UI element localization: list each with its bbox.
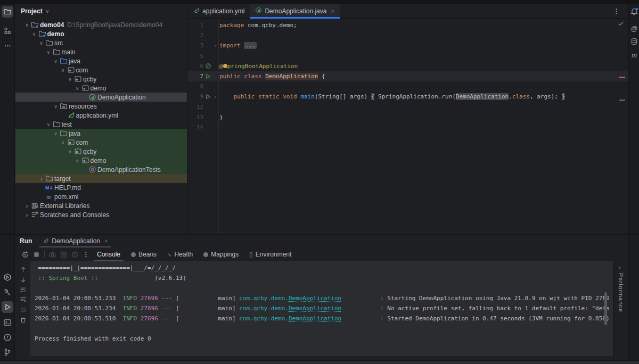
tree-item-qcby[interactable]: ∨qcby xyxy=(15,147,187,156)
code-line-12[interactable]: 12 xyxy=(187,102,628,112)
down-icon[interactable] xyxy=(19,276,27,284)
tree-item-main[interactable]: ∨main xyxy=(15,47,187,56)
tree-item-resources[interactable]: ∨resources xyxy=(15,102,187,111)
tree-item-demo04[interactable]: ∨demo04D:\SpringBoot\javaDemo\demo04 xyxy=(15,20,187,29)
tree-item-qcby[interactable]: ∨qcby xyxy=(15,75,187,84)
maven-tool-icon[interactable]: m xyxy=(629,51,639,60)
collapse-icon[interactable]: ‹ xyxy=(619,264,620,270)
tree-item-scratches-and-consoles[interactable]: ›Scratches and Consoles xyxy=(15,210,187,219)
build-tool-button[interactable] xyxy=(2,286,13,298)
console-vertical-scrollbar[interactable] xyxy=(604,292,607,325)
tree-item-demo[interactable]: ∨demo xyxy=(15,156,187,165)
editor-options-icon[interactable]: ⋮ xyxy=(613,7,620,15)
chevron-collapsed-icon[interactable]: › xyxy=(23,202,30,210)
code-line-14[interactable]: 14 xyxy=(187,122,628,133)
tree-item-application-yml[interactable]: application.yml xyxy=(15,111,187,120)
tree-item-external-libraries[interactable]: ›External Libraries xyxy=(15,201,187,210)
stop-icon[interactable] xyxy=(31,249,42,260)
chevron-expanded-icon[interactable]: ∨ xyxy=(45,49,52,55)
view-tab-health[interactable]: ∿Health xyxy=(162,247,198,261)
services-tool-button[interactable] xyxy=(2,271,13,283)
more-tools-icon[interactable]: ⋯ xyxy=(2,40,13,52)
structure-icon[interactable] xyxy=(2,25,13,37)
tree-item-target[interactable]: ›target xyxy=(15,174,187,183)
view-tab-environment[interactable]: {}Environment xyxy=(244,247,297,261)
code-line-8[interactable]: 8 xyxy=(187,81,628,92)
tree-item-test[interactable]: ∨test xyxy=(15,120,187,129)
code-line-9[interactable]: 9› public static void main(String[] args… xyxy=(187,92,628,102)
chevron-expanded-icon[interactable]: ∨ xyxy=(52,59,59,64)
spring-bean-gutter-icon[interactable] xyxy=(203,63,212,69)
chevron-expanded-icon[interactable]: ∨ xyxy=(60,140,67,145)
tree-item-demo[interactable]: ∨demo xyxy=(15,29,187,38)
chevron-expanded-icon[interactable]: ∨ xyxy=(67,149,73,154)
tree-item-pom-xml[interactable]: mpom.xml xyxy=(15,192,187,201)
chevron-expanded-icon[interactable]: ∨ xyxy=(74,86,81,91)
chevron-expanded-icon[interactable]: ∨ xyxy=(52,131,59,136)
notifications-icon[interactable] xyxy=(629,7,639,16)
view-tab-beans[interactable]: Beans xyxy=(126,247,162,261)
project-panel-header[interactable]: Project∨ xyxy=(15,4,187,18)
history-icon[interactable] xyxy=(69,249,80,260)
view-tab-console[interactable]: Console xyxy=(92,247,126,261)
run-gutter-icon[interactable] xyxy=(203,73,212,79)
run-tool-button[interactable] xyxy=(2,301,13,313)
code-line-7[interactable]: 7public class DemoApplication { xyxy=(187,71,628,81)
tree-item-demoapplication[interactable]: DemoApplication xyxy=(15,93,187,102)
tree-item-src[interactable]: ∨src xyxy=(15,38,187,47)
fold-arrow-icon[interactable]: › xyxy=(212,93,218,100)
chevron-collapsed-icon[interactable]: › xyxy=(38,175,45,183)
code-line-2[interactable]: 2 xyxy=(187,30,628,40)
error-stripe-mark[interactable] xyxy=(619,100,625,101)
chevron-expanded-icon[interactable]: ∨ xyxy=(31,31,38,37)
chevron-expanded-icon[interactable]: ∨ xyxy=(67,77,73,82)
close-icon[interactable]: × xyxy=(331,8,334,14)
console-output[interactable]: =========|_|==============|___/=/_/_/_/ … xyxy=(30,261,609,356)
chevron-expanded-icon[interactable]: ∨ xyxy=(52,104,59,109)
run-gutter-icon[interactable] xyxy=(203,94,212,100)
database-tool-icon[interactable] xyxy=(629,37,639,46)
tree-item-com[interactable]: ∨com xyxy=(15,138,187,147)
rerun-icon[interactable] xyxy=(20,249,31,260)
restore-layout-icon[interactable] xyxy=(58,249,69,260)
tree-item-demo[interactable]: ∨demo xyxy=(15,84,187,93)
code-line-13[interactable]: 13} xyxy=(187,112,628,122)
clear-icon[interactable] xyxy=(19,316,27,324)
code-line-1[interactable]: 1package com.qcby.demo; xyxy=(187,20,628,30)
close-icon[interactable]: × xyxy=(104,238,108,244)
chevron-expanded-icon[interactable]: ∨ xyxy=(74,158,81,163)
tree-item-java[interactable]: ∨java xyxy=(15,56,187,65)
fold-arrow-icon[interactable]: › xyxy=(212,42,218,49)
print-icon[interactable] xyxy=(19,306,27,314)
code-line-5[interactable]: 5 xyxy=(187,51,628,61)
tab-demoapplication-java[interactable]: DemoApplication.java× xyxy=(250,4,340,18)
scroll-to-end-icon[interactable] xyxy=(19,296,27,304)
tree-item-java[interactable]: ∨java xyxy=(15,129,187,138)
code-line-3[interactable]: 3›import ... xyxy=(187,40,628,51)
tree-item-com[interactable]: ∨com xyxy=(15,65,187,75)
problems-tool-button[interactable] xyxy=(2,332,13,343)
inspections-ok-icon[interactable] xyxy=(618,20,624,27)
performance-side-tab[interactable]: Performance xyxy=(618,273,624,312)
view-tab-mappings[interactable]: Mappings xyxy=(198,247,244,261)
chevron-expanded-icon[interactable]: ∨ xyxy=(45,122,52,127)
tree-item-demoapplicationtests[interactable]: DemoApplicationTests xyxy=(15,165,187,174)
git-tool-button[interactable] xyxy=(2,346,13,358)
chevron-expanded-icon[interactable]: ∨ xyxy=(38,40,45,46)
soft-wrap-icon[interactable] xyxy=(19,286,27,294)
spring-tool-icon[interactable]: @ xyxy=(629,23,639,33)
terminal-tool-button[interactable] xyxy=(2,317,13,328)
code-line-6[interactable]: 6@SpringBootApplication xyxy=(187,61,628,71)
chevron-collapsed-icon[interactable]: › xyxy=(23,211,30,219)
project-tool-button[interactable] xyxy=(2,6,13,18)
more-options-icon[interactable]: ⋮ xyxy=(80,249,92,260)
tab-application-yml[interactable]: application.yml xyxy=(187,4,250,18)
tree-item-help-md[interactable]: MHELP.md xyxy=(15,183,187,192)
chevron-expanded-icon[interactable]: ∨ xyxy=(60,68,67,73)
run-tab-demoapplication[interactable]: DemoApplication× xyxy=(38,235,112,247)
thread-dump-icon[interactable] xyxy=(47,249,58,260)
error-stripe-mark[interactable] xyxy=(619,77,625,78)
up-icon[interactable] xyxy=(19,266,27,274)
chevron-expanded-icon[interactable]: ∨ xyxy=(23,22,30,28)
code-editor[interactable]: 1package com.qcby.demo;23›import ...56@S… xyxy=(187,20,628,234)
